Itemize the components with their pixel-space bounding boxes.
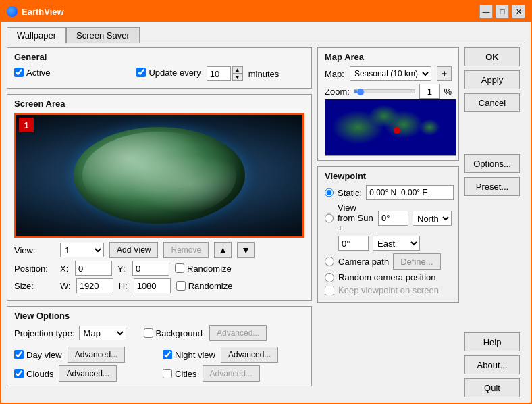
define-button[interactable]: Define... bbox=[393, 253, 440, 270]
map-select-row: Map: Seasonal (10 km) + bbox=[325, 66, 452, 81]
projection-label: Projection type: bbox=[14, 328, 75, 338]
zoom-thumb[interactable] bbox=[357, 89, 364, 95]
camera-path-radio[interactable] bbox=[325, 257, 334, 266]
screen-area-title: Screen Area bbox=[14, 99, 304, 109]
day-view-checkbox[interactable] bbox=[14, 350, 24, 359]
cities-checkbox[interactable] bbox=[163, 369, 172, 378]
coord-input[interactable] bbox=[366, 185, 454, 200]
w-label: W: bbox=[60, 281, 71, 291]
size-row: Size: W: H: Randomize bbox=[14, 278, 304, 293]
projection-row: Projection type: Map Background Advanced… bbox=[14, 325, 304, 341]
camera-path-label: Camera path bbox=[338, 257, 389, 267]
remove-button[interactable]: Remove bbox=[163, 242, 209, 258]
viewpoint-title: Viewpoint bbox=[325, 171, 452, 181]
advanced1-button[interactable]: Advanced... bbox=[209, 325, 267, 341]
sun-radio[interactable] bbox=[325, 213, 334, 223]
zoom-slider-container[interactable] bbox=[354, 86, 416, 97]
projection-select[interactable]: Map bbox=[79, 326, 126, 340]
about-button[interactable]: About... bbox=[464, 355, 520, 374]
tab-wallpaper[interactable]: Wallpaper bbox=[7, 27, 66, 44]
cities-row: Cities Advanced... bbox=[163, 365, 304, 382]
map-area-title: Map Area bbox=[325, 52, 452, 62]
quit-button[interactable]: Quit bbox=[464, 378, 520, 397]
background-checkbox-label[interactable]: Background bbox=[144, 328, 203, 338]
view-label: View: bbox=[14, 245, 55, 255]
apply-button[interactable]: Apply bbox=[464, 70, 520, 89]
static-radio[interactable] bbox=[325, 188, 334, 197]
static-label: Static: bbox=[338, 188, 362, 198]
spacer2 bbox=[464, 200, 525, 328]
cancel-button[interactable]: Cancel bbox=[464, 93, 520, 112]
tab-screen-saver[interactable]: Screen Saver bbox=[66, 27, 140, 43]
clouds-checkbox[interactable] bbox=[14, 369, 24, 378]
map-select[interactable]: Seasonal (10 km) bbox=[350, 66, 431, 81]
day-view-text: Day view bbox=[26, 350, 62, 360]
minimize-button[interactable]: — bbox=[479, 5, 493, 18]
screen-preview: 1 bbox=[14, 113, 304, 238]
random-camera-label: Random camera position bbox=[338, 272, 436, 282]
general-section: General Active Update every 10 bbox=[7, 47, 312, 89]
close-button[interactable]: ✕ bbox=[512, 5, 525, 18]
spacer1 bbox=[464, 116, 525, 150]
day-view-row: Day view Advanced... bbox=[14, 347, 156, 363]
randomize2-checkbox[interactable] bbox=[176, 281, 186, 291]
randomize-checkbox-label[interactable]: Randomize bbox=[175, 263, 232, 274]
active-checkbox-label[interactable]: Active bbox=[14, 68, 50, 78]
randomize-checkbox[interactable] bbox=[175, 263, 184, 273]
night-view-checkbox[interactable] bbox=[163, 350, 172, 359]
active-checkbox[interactable] bbox=[14, 68, 24, 77]
cities-label[interactable]: Cities bbox=[163, 369, 197, 379]
main-window: EarthView — □ ✕ Wallpaper Screen Saver G… bbox=[0, 0, 532, 404]
clouds-label[interactable]: Clouds bbox=[14, 369, 53, 379]
move-down-button[interactable]: ▼ bbox=[237, 242, 255, 258]
y-input[interactable] bbox=[132, 261, 169, 276]
clouds-row: Clouds Advanced... bbox=[14, 365, 156, 382]
titlebar: EarthView — □ ✕ bbox=[1, 1, 531, 22]
earth-clouds bbox=[82, 132, 237, 219]
keep-viewpoint-label: Keep viewpoint on screen bbox=[338, 285, 439, 295]
h-input[interactable] bbox=[134, 278, 171, 293]
map-dot bbox=[394, 127, 400, 134]
advanced5-button[interactable]: Advanced... bbox=[203, 365, 260, 382]
x-input[interactable] bbox=[75, 261, 112, 276]
add-view-button[interactable]: Add View bbox=[109, 242, 158, 258]
view-select[interactable]: 1 bbox=[60, 243, 104, 257]
size-label: Size: bbox=[14, 281, 55, 291]
zoom-slider[interactable] bbox=[354, 89, 416, 93]
background-label: Background bbox=[156, 328, 203, 338]
update-value-input[interactable]: 10 bbox=[207, 66, 231, 81]
map-plus-button[interactable]: + bbox=[437, 66, 452, 81]
zoom-row: Zoom: % bbox=[325, 84, 452, 99]
options-button[interactable]: Options... bbox=[464, 154, 520, 173]
w-input[interactable] bbox=[76, 278, 113, 293]
zoom-value-input[interactable] bbox=[419, 84, 440, 99]
help-button[interactable]: Help bbox=[464, 332, 520, 351]
maximize-button[interactable]: □ bbox=[496, 5, 509, 18]
spinner-down[interactable]: ▼ bbox=[232, 74, 243, 81]
north-select[interactable]: North bbox=[413, 211, 452, 226]
night-view-label[interactable]: Night view bbox=[163, 350, 215, 360]
sun-value2-input[interactable] bbox=[338, 236, 369, 251]
sun-value1-input[interactable] bbox=[378, 211, 408, 226]
position-row: Position: X: Y: Randomize bbox=[14, 261, 304, 276]
content-area: Wallpaper Screen Saver General Active bbox=[1, 22, 531, 403]
ok-button[interactable]: OK bbox=[464, 47, 520, 66]
advanced4-button[interactable]: Advanced... bbox=[59, 365, 116, 382]
background-checkbox[interactable] bbox=[144, 328, 153, 338]
general-title: General bbox=[14, 52, 304, 62]
spinner-up[interactable]: ▲ bbox=[232, 66, 243, 74]
update-spinner: 10 ▲ ▼ bbox=[207, 66, 243, 81]
update-checkbox-label[interactable]: Update every bbox=[136, 68, 201, 78]
advanced3-button[interactable]: Advanced... bbox=[221, 347, 278, 363]
day-view-label[interactable]: Day view bbox=[14, 350, 62, 360]
east-select[interactable]: East bbox=[373, 236, 420, 251]
advanced2-button[interactable]: Advanced... bbox=[68, 347, 125, 363]
move-up-button[interactable]: ▲ bbox=[214, 242, 232, 258]
random-camera-radio[interactable] bbox=[325, 273, 334, 282]
keep-viewpoint-checkbox[interactable] bbox=[325, 286, 334, 295]
map-area-section: Map Area Map: Seasonal (10 km) + Zoom: bbox=[317, 47, 459, 161]
preset-button[interactable]: Preset... bbox=[464, 177, 520, 196]
randomize2-checkbox-label[interactable]: Randomize bbox=[176, 281, 233, 291]
update-checkbox[interactable] bbox=[136, 68, 146, 77]
main-area: General Active Update every 10 bbox=[7, 47, 525, 397]
